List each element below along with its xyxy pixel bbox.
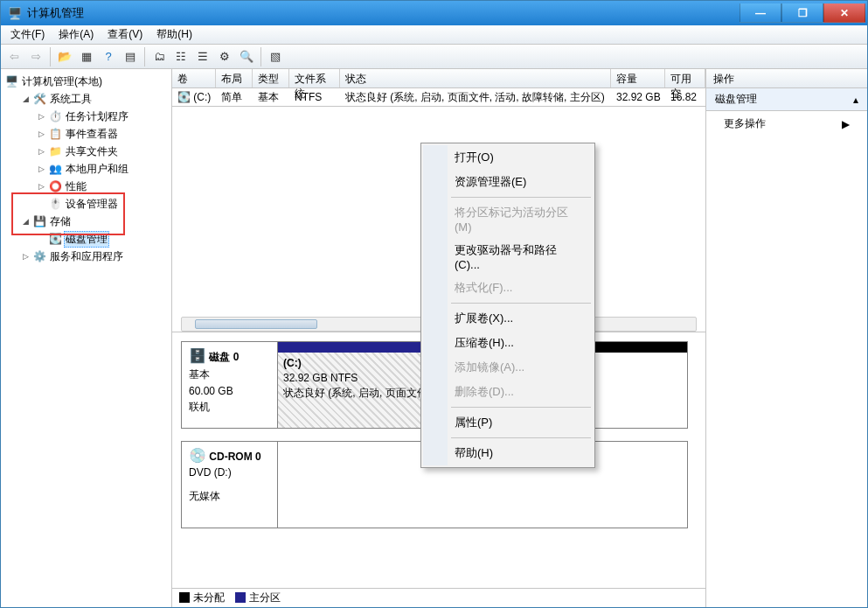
tree-system-tools[interactable]: ◢ 🛠️ 系统工具 [20, 90, 170, 108]
col-type[interactable]: 类型 [253, 69, 289, 87]
tree-shared-folders[interactable]: ▷📁共享文件夹 [36, 143, 170, 160]
menu-view[interactable]: 查看(V) [101, 25, 149, 44]
volume-table: 卷 布局 类型 文件系统 状态 容量 可用空 💽 (C:) 简单 基本 NTFS… [172, 69, 705, 107]
cm-change-letter[interactable]: 更改驱动器号和路径(C)... [423, 238, 593, 276]
legend-label: 主分区 [249, 591, 281, 604]
disk0-label: 🗄️ 磁盘 0 基本 60.00 GB 联机 [182, 342, 278, 428]
tree-services-apps[interactable]: ▷ ⚙️ 服务和应用程序 [20, 248, 170, 265]
expand-icon[interactable]: ▷ [36, 164, 46, 174]
menu-file[interactable]: 文件(F) [4, 25, 51, 44]
volume-row-c[interactable]: 💽 (C:) 简单 基本 NTFS 状态良好 (系统, 启动, 页面文件, 活动… [172, 88, 705, 106]
legend-primary: 主分区 [235, 591, 281, 605]
titlebar[interactable]: 🖥️ 计算机管理 — ❐ ✕ [1, 1, 867, 25]
blank-icon [36, 199, 46, 209]
back-button[interactable]: ⇦ [4, 47, 24, 66]
col-layout[interactable]: 布局 [216, 69, 253, 87]
col-capacity[interactable]: 容量 [611, 69, 665, 87]
actions-group-label: 磁盘管理 [715, 92, 757, 107]
show-hide-button[interactable]: ▦ [77, 47, 96, 66]
chevron-right-icon: ▶ [842, 118, 850, 130]
tree-label: 磁盘管理 [64, 231, 109, 248]
tree-task-scheduler[interactable]: ▷⏱️任务计划程序 [36, 108, 170, 125]
disk0-type: 基本 [189, 367, 270, 382]
tree-performance[interactable]: ▷⭕性能 [36, 178, 170, 195]
tree-label: 系统工具 [48, 92, 94, 107]
tree-label: 本地用户和组 [64, 162, 130, 177]
settings-button[interactable]: ⚙ [215, 47, 234, 66]
refresh-button[interactable]: 🗂 [149, 47, 169, 66]
find-button[interactable]: 🔍 [237, 47, 256, 66]
share-icon: 📁 [48, 144, 62, 158]
tree-root[interactable]: 🖥️ 计算机管理(本地) [4, 73, 170, 90]
cdrom-status: 无媒体 [189, 489, 270, 504]
maximize-button[interactable]: ❐ [781, 3, 823, 23]
vol-status: 状态良好 (系统, 启动, 页面文件, 活动, 故障转储, 主分区) [340, 88, 611, 107]
legend-unallocated: 未分配 [179, 591, 225, 605]
minimize-button[interactable]: — [740, 3, 781, 23]
forward-button[interactable]: ⇨ [26, 47, 45, 66]
window-buttons: — ❐ ✕ [740, 3, 865, 23]
tools-icon: 🛠️ [32, 92, 46, 106]
cm-extend[interactable]: 扩展卷(X)... [423, 306, 593, 331]
tree-device-manager[interactable]: 🖱️设备管理器 [36, 195, 170, 213]
blank-icon [36, 234, 46, 244]
volume-icon: 💽 [177, 91, 191, 103]
properties-button[interactable]: ▤ [121, 47, 140, 66]
tree-label: 性能 [64, 179, 88, 194]
extra-button[interactable]: ▧ [266, 47, 285, 66]
cm-shrink[interactable]: 压缩卷(H)... [423, 331, 593, 355]
cm-open[interactable]: 打开(O) [423, 145, 593, 170]
col-status[interactable]: 状态 [340, 69, 611, 87]
partition-size: 32.92 GB NTFS [283, 372, 358, 384]
context-menu-sep [451, 407, 591, 408]
tree-local-users[interactable]: ▷👥本地用户和组 [36, 160, 170, 178]
cm-explorer[interactable]: 资源管理器(E) [423, 170, 593, 194]
scrollbar-thumb[interactable] [195, 319, 317, 329]
collapse-icon[interactable]: ◢ [20, 94, 31, 104]
volume-header-row: 卷 布局 类型 文件系统 状态 容量 可用空 [172, 69, 705, 88]
menubar: 文件(F) 操作(A) 查看(V) 帮助(H) [1, 25, 867, 45]
legend: 未分配 主分区 [172, 588, 705, 607]
close-button[interactable]: ✕ [823, 3, 865, 23]
disk0-name: 磁盘 0 [209, 351, 239, 363]
menu-help[interactable]: 帮助(H) [150, 25, 198, 44]
menu-action[interactable]: 操作(A) [52, 25, 100, 44]
vol-free: 16.82 [665, 89, 705, 105]
collapse-icon[interactable]: ◢ [20, 216, 31, 227]
view-bottom-button[interactable]: ☰ [193, 47, 212, 66]
tree-event-viewer[interactable]: ▷📋事件查看器 [36, 125, 170, 143]
expand-icon[interactable]: ▷ [36, 146, 46, 157]
help-icon[interactable]: ? [99, 47, 118, 66]
disk0-status: 联机 [189, 400, 270, 415]
window-title: 计算机管理 [27, 5, 740, 21]
cm-help[interactable]: 帮助(H) [423, 441, 593, 465]
disk0-size: 60.00 GB [189, 385, 270, 397]
tree-disk-management[interactable]: 💽磁盘管理 [36, 230, 170, 248]
cm-format: 格式化(F)... [423, 276, 593, 300]
context-menu-sep [451, 197, 591, 198]
nav-tree: 🖥️ 计算机管理(本地) ◢ 🛠️ 系统工具 [3, 73, 170, 265]
tree-panel[interactable]: 🖥️ 计算机管理(本地) ◢ 🛠️ 系统工具 [1, 69, 172, 607]
expand-icon[interactable]: ▷ [36, 129, 46, 139]
action-more[interactable]: 更多操作 ▶ [706, 111, 867, 136]
tree-storage[interactable]: ◢ 💾 存储 [20, 213, 170, 230]
perf-icon: ⭕ [48, 179, 62, 193]
col-volume[interactable]: 卷 [172, 69, 216, 87]
vol-icon-cell: 💽 (C:) [172, 89, 216, 105]
vol-name: (C:) [193, 91, 211, 103]
tree-label: 存储 [48, 214, 73, 229]
col-free[interactable]: 可用空 [665, 69, 705, 87]
action-more-label: 更多操作 [724, 116, 766, 131]
cdrom-name: CD-ROM 0 [209, 451, 260, 463]
expand-icon[interactable]: ▷ [36, 111, 46, 122]
toolbar-sep [50, 47, 51, 66]
window-root: 🖥️ 计算机管理 — ❐ ✕ 文件(F) 操作(A) 查看(V) 帮助(H) ⇦… [0, 0, 868, 608]
expand-icon[interactable]: ▷ [36, 181, 46, 192]
col-filesystem[interactable]: 文件系统 [289, 69, 340, 87]
computer-icon: 🖥️ [4, 74, 18, 88]
view-top-button[interactable]: ☷ [171, 47, 191, 66]
expand-icon[interactable]: ▷ [20, 251, 31, 262]
cm-properties[interactable]: 属性(P) [423, 410, 593, 435]
actions-group-disk-mgmt[interactable]: 磁盘管理 ▴ [706, 88, 867, 111]
up-button[interactable]: 📂 [55, 47, 74, 66]
